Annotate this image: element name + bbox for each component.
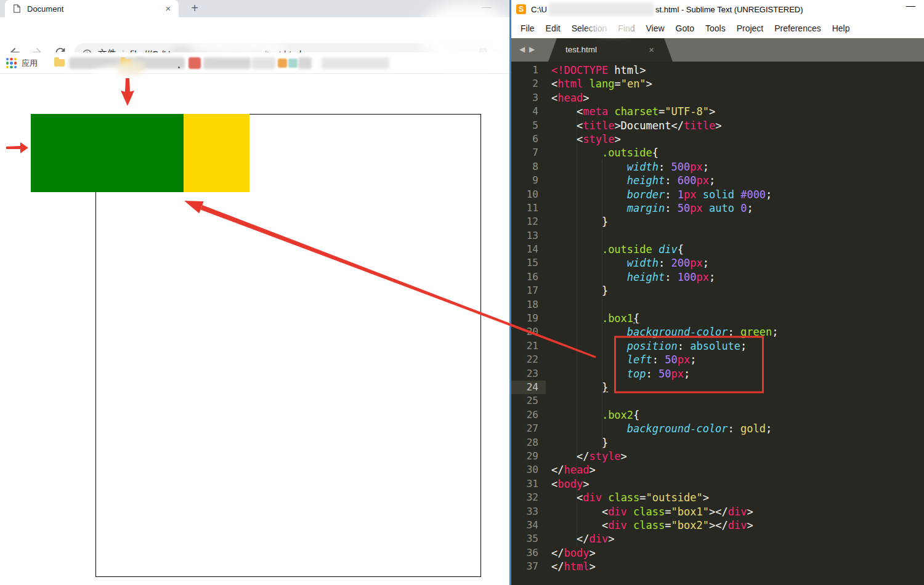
line-number[interactable]: 36 bbox=[511, 546, 546, 560]
editor-tab-close-icon[interactable]: × bbox=[649, 38, 654, 62]
line-number[interactable]: 17 bbox=[511, 284, 546, 297]
bookmark-item-blurred[interactable] bbox=[298, 57, 312, 69]
code-text[interactable]: background-color: green; bbox=[551, 325, 779, 339]
new-tab-button[interactable]: + bbox=[187, 1, 203, 17]
menu-item-project[interactable]: Project bbox=[731, 23, 769, 33]
code-line[interactable]: 26 .box2{ bbox=[511, 408, 924, 422]
menu-item-view[interactable]: View bbox=[641, 23, 670, 33]
code-text[interactable]: .outside div{ bbox=[551, 243, 684, 256]
code-text[interactable]: height: 100px; bbox=[551, 270, 715, 284]
sublime-minimize-button[interactable]: — bbox=[906, 0, 915, 10]
menu-item-edit[interactable]: Edit bbox=[540, 23, 566, 33]
code-line[interactable]: 17 } bbox=[511, 284, 924, 297]
code-line[interactable]: 18 bbox=[511, 298, 924, 312]
line-number[interactable]: 29 bbox=[511, 450, 546, 463]
line-number[interactable]: 4 bbox=[511, 105, 546, 118]
code-line[interactable]: 30</head> bbox=[511, 463, 924, 477]
line-number[interactable]: 32 bbox=[511, 491, 546, 504]
code-text[interactable]: <body> bbox=[551, 477, 589, 491]
bookmark-item-blurred[interactable] bbox=[203, 57, 251, 69]
line-number[interactable]: 21 bbox=[511, 339, 546, 353]
code-line[interactable]: 29 </style> bbox=[511, 450, 924, 463]
code-text[interactable]: background-color: gold; bbox=[551, 422, 772, 435]
code-text[interactable]: <html lang="en"> bbox=[551, 77, 652, 91]
line-number[interactable]: 6 bbox=[511, 132, 546, 146]
code-text[interactable]: </html> bbox=[551, 560, 596, 573]
bookmark-red-icon[interactable] bbox=[188, 57, 201, 69]
menu-item-file[interactable]: File bbox=[515, 23, 540, 33]
code-text[interactable]: <div class="box1"></div> bbox=[551, 505, 753, 518]
code-text[interactable]: width: 500px; bbox=[551, 160, 709, 174]
code-line[interactable]: 16 height: 100px; bbox=[511, 270, 924, 284]
tab-nav-forward-icon[interactable]: ▶ bbox=[529, 45, 535, 54]
code-line[interactable]: 23 top: 50px; bbox=[511, 367, 924, 381]
bookmark-orange-icon[interactable] bbox=[278, 58, 287, 68]
code-text[interactable]: width: 200px; bbox=[551, 256, 709, 270]
code-line[interactable]: 15 width: 200px; bbox=[511, 256, 924, 270]
line-number[interactable]: 34 bbox=[511, 518, 546, 532]
code-line[interactable]: 25 bbox=[511, 394, 924, 408]
code-text[interactable]: <div class="box2"></div> bbox=[551, 518, 753, 532]
line-number[interactable]: 15 bbox=[511, 256, 546, 270]
line-number[interactable]: 9 bbox=[511, 174, 546, 187]
code-line[interactable]: 31<body> bbox=[511, 477, 924, 491]
line-number[interactable]: 33 bbox=[511, 505, 546, 518]
code-line[interactable]: 11 margin: 50px auto 0; bbox=[511, 201, 924, 215]
line-number[interactable]: 35 bbox=[511, 532, 546, 546]
code-text[interactable]: <meta charset="UTF-8"> bbox=[551, 105, 715, 118]
code-line[interactable]: 33 <div class="box1"></div> bbox=[511, 505, 924, 518]
line-number[interactable]: 37 bbox=[511, 560, 546, 573]
code-text[interactable]: .box1{ bbox=[551, 312, 639, 325]
tab-nav-back-icon[interactable]: ◀ bbox=[519, 45, 525, 54]
code-text[interactable]: <div class="outside"> bbox=[551, 491, 709, 504]
code-text[interactable]: <style> bbox=[551, 132, 621, 146]
code-line[interactable]: 32 <div class="outside"> bbox=[511, 491, 924, 504]
code-text[interactable]: .outside{ bbox=[551, 146, 659, 159]
line-number[interactable]: 8 bbox=[511, 160, 546, 174]
bookmark-item-blurred[interactable] bbox=[322, 57, 389, 69]
line-number[interactable]: 19 bbox=[511, 312, 546, 325]
line-number[interactable]: 26 bbox=[511, 408, 546, 422]
code-line[interactable]: 35 </div> bbox=[511, 532, 924, 546]
line-number[interactable]: 12 bbox=[511, 215, 546, 228]
line-number[interactable]: 13 bbox=[511, 229, 546, 243]
code-line[interactable]: 37</html> bbox=[511, 560, 924, 573]
code-text[interactable]: border: 1px solid #000; bbox=[551, 188, 772, 201]
code-line[interactable]: 14 .outside div{ bbox=[511, 243, 924, 256]
line-number[interactable]: 25 bbox=[511, 394, 546, 408]
code-text[interactable]: top: 50px; bbox=[551, 367, 690, 381]
code-line[interactable]: 12 } bbox=[511, 215, 924, 228]
code-line[interactable]: 4 <meta charset="UTF-8"> bbox=[511, 105, 924, 118]
code-line[interactable]: 13 bbox=[511, 229, 924, 243]
line-number[interactable]: 3 bbox=[511, 91, 546, 105]
code-line[interactable]: 5 <title>Document</title> bbox=[511, 119, 924, 132]
code-text[interactable]: </head> bbox=[551, 463, 596, 477]
code-text[interactable]: } bbox=[551, 215, 608, 228]
line-number[interactable]: 18 bbox=[511, 298, 546, 312]
line-number[interactable]: 27 bbox=[511, 422, 546, 435]
line-number[interactable]: 22 bbox=[511, 353, 546, 366]
menu-item-goto[interactable]: Goto bbox=[670, 23, 700, 33]
line-number[interactable]: 24 bbox=[511, 381, 546, 394]
code-line[interactable]: 20 background-color: green; bbox=[511, 325, 924, 339]
browser-tab[interactable]: Document × bbox=[5, 0, 179, 17]
line-number[interactable]: 1 bbox=[511, 63, 546, 77]
code-area[interactable]: 1<!DOCTYPE html>2<html lang="en">3<head>… bbox=[511, 62, 924, 585]
code-line[interactable]: 10 border: 1px solid #000; bbox=[511, 188, 924, 201]
line-number[interactable]: 11 bbox=[511, 201, 546, 215]
code-line[interactable]: 24 } bbox=[511, 381, 924, 394]
bookmark-item-blurred[interactable] bbox=[252, 57, 275, 69]
code-line[interactable]: 1<!DOCTYPE html> bbox=[511, 63, 924, 77]
menu-item-tools[interactable]: Tools bbox=[700, 23, 731, 33]
line-number[interactable]: 31 bbox=[511, 477, 546, 491]
code-line[interactable]: 21 position: absolute; bbox=[511, 339, 924, 353]
line-number[interactable]: 2 bbox=[511, 77, 546, 91]
apps-label[interactable]: 应用 bbox=[22, 58, 38, 69]
code-line[interactable]: 6 <style> bbox=[511, 132, 924, 146]
code-text[interactable]: </div> bbox=[551, 532, 614, 546]
line-number[interactable]: 16 bbox=[511, 270, 546, 284]
code-line[interactable]: 22 left: 50px; bbox=[511, 353, 924, 366]
code-text[interactable]: position: absolute; bbox=[551, 339, 747, 353]
line-number[interactable]: 20 bbox=[511, 325, 546, 339]
bookmark-teal-icon[interactable] bbox=[288, 58, 298, 68]
